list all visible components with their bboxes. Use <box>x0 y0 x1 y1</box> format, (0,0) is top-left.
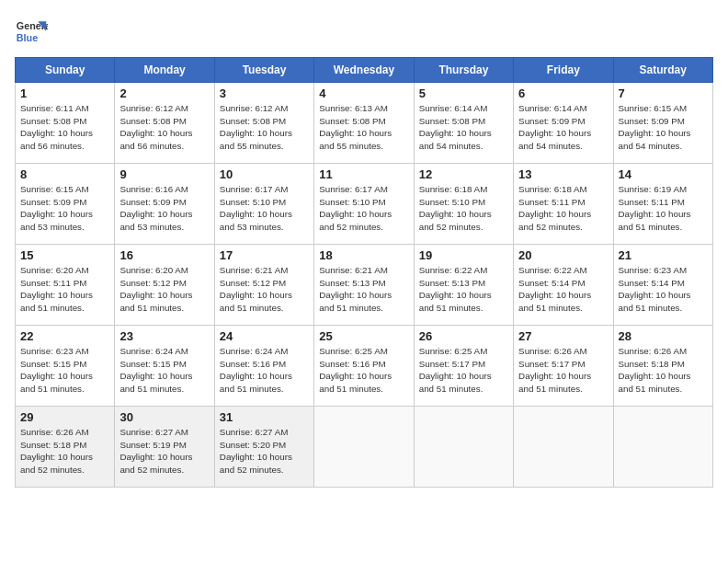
weekday-header-thursday: Thursday <box>414 58 513 83</box>
calendar-cell: 23Sunrise: 6:24 AMSunset: 5:15 PMDayligh… <box>115 326 214 407</box>
day-number: 16 <box>119 248 209 262</box>
day-number: 6 <box>518 86 608 100</box>
calendar-cell: 6Sunrise: 6:14 AMSunset: 5:09 PMDaylight… <box>514 83 613 164</box>
day-info: Sunrise: 6:15 AMSunset: 5:09 PMDaylight:… <box>20 183 109 234</box>
day-info: Sunrise: 6:22 AMSunset: 5:13 PMDaylight:… <box>419 264 508 315</box>
day-number: 14 <box>619 167 708 181</box>
calendar-cell: 21Sunrise: 6:23 AMSunset: 5:14 PMDayligh… <box>613 245 712 326</box>
day-number: 27 <box>518 329 608 343</box>
day-info: Sunrise: 6:16 AMSunset: 5:09 PMDaylight:… <box>119 183 209 234</box>
day-info: Sunrise: 6:23 AMSunset: 5:15 PMDaylight:… <box>20 345 109 396</box>
day-info: Sunrise: 6:14 AMSunset: 5:08 PMDaylight:… <box>419 102 508 153</box>
day-info: Sunrise: 6:27 AMSunset: 5:19 PMDaylight:… <box>119 426 209 477</box>
calendar-week-row: 1Sunrise: 6:11 AMSunset: 5:08 PMDaylight… <box>16 83 713 164</box>
day-info: Sunrise: 6:23 AMSunset: 5:14 PMDaylight:… <box>619 264 708 315</box>
calendar-cell: 31Sunrise: 6:27 AMSunset: 5:20 PMDayligh… <box>214 407 313 488</box>
day-number: 23 <box>119 329 209 343</box>
day-info: Sunrise: 6:18 AMSunset: 5:11 PMDaylight:… <box>518 183 608 234</box>
day-info: Sunrise: 6:24 AMSunset: 5:16 PMDaylight:… <box>220 345 309 396</box>
weekday-header-monday: Monday <box>115 58 214 83</box>
calendar-cell: 29Sunrise: 6:26 AMSunset: 5:18 PMDayligh… <box>16 407 115 488</box>
day-info: Sunrise: 6:11 AMSunset: 5:08 PMDaylight:… <box>20 102 109 153</box>
calendar-cell: 8Sunrise: 6:15 AMSunset: 5:09 PMDaylight… <box>16 164 115 245</box>
calendar-cell: 30Sunrise: 6:27 AMSunset: 5:19 PMDayligh… <box>115 407 214 488</box>
calendar-week-row: 15Sunrise: 6:20 AMSunset: 5:11 PMDayligh… <box>16 245 713 326</box>
weekday-header-tuesday: Tuesday <box>214 58 313 83</box>
calendar-cell: 10Sunrise: 6:17 AMSunset: 5:10 PMDayligh… <box>214 164 313 245</box>
calendar-cell <box>414 407 513 488</box>
day-info: Sunrise: 6:26 AMSunset: 5:18 PMDaylight:… <box>20 426 109 477</box>
calendar-week-row: 8Sunrise: 6:15 AMSunset: 5:09 PMDaylight… <box>16 164 713 245</box>
calendar-cell: 20Sunrise: 6:22 AMSunset: 5:14 PMDayligh… <box>514 245 613 326</box>
day-number: 8 <box>20 167 109 181</box>
day-info: Sunrise: 6:24 AMSunset: 5:15 PMDaylight:… <box>119 345 209 396</box>
day-number: 10 <box>220 167 309 181</box>
calendar-cell: 13Sunrise: 6:18 AMSunset: 5:11 PMDayligh… <box>514 164 613 245</box>
calendar-cell: 22Sunrise: 6:23 AMSunset: 5:15 PMDayligh… <box>16 326 115 407</box>
calendar-table: SundayMondayTuesdayWednesdayThursdayFrid… <box>15 57 713 488</box>
day-number: 22 <box>20 329 109 343</box>
calendar-cell: 7Sunrise: 6:15 AMSunset: 5:09 PMDaylight… <box>613 83 712 164</box>
day-number: 30 <box>119 410 209 424</box>
day-number: 18 <box>319 248 408 262</box>
day-info: Sunrise: 6:13 AMSunset: 5:08 PMDaylight:… <box>319 102 408 153</box>
day-number: 24 <box>220 329 309 343</box>
day-number: 20 <box>518 248 608 262</box>
day-number: 4 <box>319 86 408 100</box>
day-info: Sunrise: 6:12 AMSunset: 5:08 PMDaylight:… <box>220 102 309 153</box>
calendar-cell: 14Sunrise: 6:19 AMSunset: 5:11 PMDayligh… <box>613 164 712 245</box>
day-number: 29 <box>20 410 109 424</box>
calendar-cell: 15Sunrise: 6:20 AMSunset: 5:11 PMDayligh… <box>16 245 115 326</box>
day-number: 19 <box>419 248 508 262</box>
day-info: Sunrise: 6:25 AMSunset: 5:16 PMDaylight:… <box>319 345 408 396</box>
weekday-header-row: SundayMondayTuesdayWednesdayThursdayFrid… <box>16 58 713 83</box>
day-info: Sunrise: 6:18 AMSunset: 5:10 PMDaylight:… <box>419 183 508 234</box>
day-number: 5 <box>419 86 508 100</box>
day-number: 9 <box>119 167 209 181</box>
day-info: Sunrise: 6:21 AMSunset: 5:13 PMDaylight:… <box>319 264 408 315</box>
header: General Blue <box>15 15 713 48</box>
calendar-cell <box>514 407 613 488</box>
calendar-cell: 28Sunrise: 6:26 AMSunset: 5:18 PMDayligh… <box>613 326 712 407</box>
calendar-cell <box>613 407 712 488</box>
weekday-header-saturday: Saturday <box>613 58 712 83</box>
calendar-cell: 11Sunrise: 6:17 AMSunset: 5:10 PMDayligh… <box>314 164 414 245</box>
day-number: 12 <box>419 167 508 181</box>
day-number: 21 <box>619 248 708 262</box>
day-number: 7 <box>619 86 708 100</box>
day-number: 15 <box>20 248 109 262</box>
weekday-header-wednesday: Wednesday <box>314 58 414 83</box>
weekday-header-sunday: Sunday <box>16 58 115 83</box>
day-number: 13 <box>518 167 608 181</box>
day-info: Sunrise: 6:20 AMSunset: 5:12 PMDaylight:… <box>119 264 209 315</box>
calendar-cell: 24Sunrise: 6:24 AMSunset: 5:16 PMDayligh… <box>214 326 313 407</box>
day-info: Sunrise: 6:26 AMSunset: 5:18 PMDaylight:… <box>619 345 708 396</box>
weekday-header-friday: Friday <box>514 58 613 83</box>
calendar-cell: 25Sunrise: 6:25 AMSunset: 5:16 PMDayligh… <box>314 326 414 407</box>
day-info: Sunrise: 6:26 AMSunset: 5:17 PMDaylight:… <box>518 345 608 396</box>
day-info: Sunrise: 6:19 AMSunset: 5:11 PMDaylight:… <box>619 183 708 234</box>
day-number: 26 <box>419 329 508 343</box>
day-info: Sunrise: 6:17 AMSunset: 5:10 PMDaylight:… <box>220 183 309 234</box>
calendar-cell: 16Sunrise: 6:20 AMSunset: 5:12 PMDayligh… <box>115 245 214 326</box>
day-info: Sunrise: 6:12 AMSunset: 5:08 PMDaylight:… <box>119 102 209 153</box>
day-number: 11 <box>319 167 408 181</box>
day-info: Sunrise: 6:15 AMSunset: 5:09 PMDaylight:… <box>619 102 708 153</box>
calendar-week-row: 29Sunrise: 6:26 AMSunset: 5:18 PMDayligh… <box>16 407 713 488</box>
day-info: Sunrise: 6:27 AMSunset: 5:20 PMDaylight:… <box>220 426 309 477</box>
calendar-cell: 2Sunrise: 6:12 AMSunset: 5:08 PMDaylight… <box>115 83 214 164</box>
calendar-cell: 12Sunrise: 6:18 AMSunset: 5:10 PMDayligh… <box>414 164 513 245</box>
svg-text:Blue: Blue <box>17 32 38 43</box>
day-info: Sunrise: 6:20 AMSunset: 5:11 PMDaylight:… <box>20 264 109 315</box>
day-info: Sunrise: 6:21 AMSunset: 5:12 PMDaylight:… <box>220 264 309 315</box>
calendar-week-row: 22Sunrise: 6:23 AMSunset: 5:15 PMDayligh… <box>16 326 713 407</box>
calendar-cell: 17Sunrise: 6:21 AMSunset: 5:12 PMDayligh… <box>214 245 313 326</box>
day-number: 17 <box>220 248 309 262</box>
logo-icon: General Blue <box>15 15 48 48</box>
calendar-cell <box>314 407 414 488</box>
calendar-cell: 19Sunrise: 6:22 AMSunset: 5:13 PMDayligh… <box>414 245 513 326</box>
day-number: 25 <box>319 329 408 343</box>
day-number: 3 <box>220 86 309 100</box>
day-number: 2 <box>119 86 209 100</box>
day-info: Sunrise: 6:25 AMSunset: 5:17 PMDaylight:… <box>419 345 508 396</box>
